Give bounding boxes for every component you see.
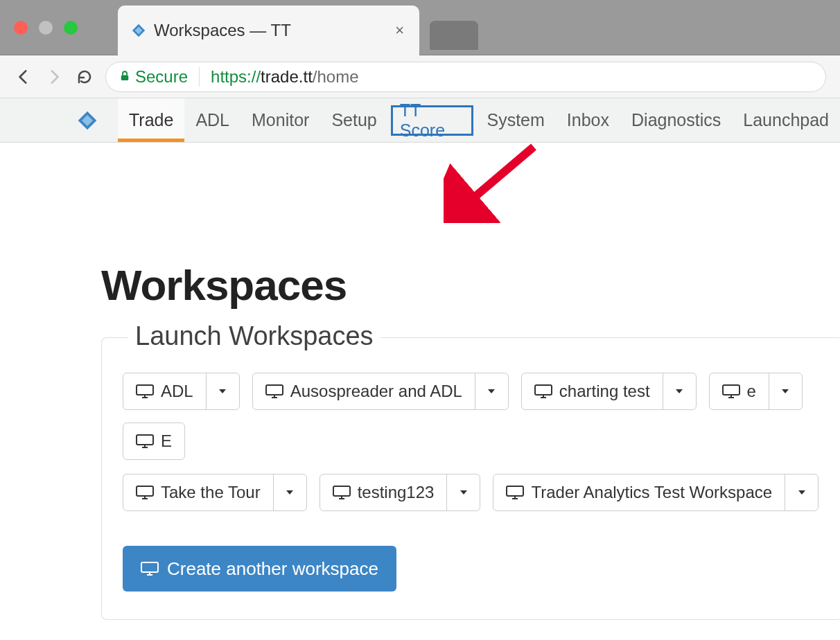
workspace-button-e: e	[709, 373, 803, 410]
svg-rect-10	[723, 385, 740, 395]
window-maximize-button[interactable]	[64, 21, 78, 35]
workspace-button-testing123: testing123	[320, 474, 481, 511]
monitor-icon	[136, 486, 154, 499]
address-bar[interactable]: Secure https://trade.tt/home	[105, 62, 826, 92]
workspace-label: E	[161, 432, 172, 451]
app-logo-icon[interactable]	[76, 109, 98, 132]
url-text: https://trade.tt/home	[211, 67, 358, 87]
monitor-icon	[136, 434, 154, 448]
window-close-button[interactable]	[14, 21, 28, 35]
svg-rect-13	[333, 486, 350, 496]
new-tab-button[interactable]	[430, 21, 478, 50]
workspace-launch-e[interactable]: e	[710, 373, 769, 409]
workspace-label: ADL	[161, 382, 193, 401]
workspace-button-charting-test: charting test	[521, 373, 697, 410]
workspace-button-adl: ADL	[123, 373, 240, 410]
monitor-icon	[534, 384, 552, 398]
workspace-label: Ausospreader and ADL	[290, 382, 462, 401]
nav-items: Trade ADL Monitor Setup TT Score System …	[118, 98, 840, 142]
svg-rect-8	[266, 385, 283, 395]
url-path: /home	[313, 67, 359, 86]
lock-icon	[119, 67, 131, 87]
workspace-button-e2: E	[123, 423, 185, 460]
svg-rect-14	[507, 486, 523, 496]
monitor-icon	[333, 486, 351, 499]
page-content: Workspaces Launch Workspaces ADL Ausospr…	[0, 143, 840, 620]
svg-rect-15	[141, 562, 158, 572]
launch-workspaces-legend: Launch Workspaces	[128, 321, 380, 351]
workspace-button-ausospreader: Ausospreader and ADL	[252, 373, 509, 410]
traffic-lights	[14, 21, 78, 35]
monitor-icon	[265, 384, 283, 398]
workspace-row-1: ADL Ausospreader and ADL charting test	[123, 373, 840, 460]
nav-item-monitor[interactable]: Monitor	[240, 98, 320, 142]
monitor-icon	[141, 562, 159, 576]
workspace-dropdown-trader-analytics[interactable]	[785, 474, 818, 510]
workspace-label: testing123	[358, 483, 435, 502]
nav-item-setup[interactable]: Setup	[320, 98, 387, 142]
svg-rect-7	[137, 385, 153, 395]
nav-item-system[interactable]: System	[476, 98, 556, 142]
workspace-launch-trader-analytics[interactable]: Trader Analytics Test Workspace	[493, 474, 785, 510]
workspace-label: charting test	[559, 382, 650, 401]
workspace-dropdown-e[interactable]	[769, 373, 802, 409]
workspace-launch-take-the-tour[interactable]: Take the Tour	[123, 474, 273, 510]
workspace-button-trader-analytics: Trader Analytics Test Workspace	[493, 474, 819, 511]
workspace-launch-charting-test[interactable]: charting test	[522, 373, 663, 409]
launch-workspaces-section: Launch Workspaces ADL Ausospreader and A…	[101, 337, 840, 620]
workspace-button-take-the-tour: Take the Tour	[123, 474, 307, 511]
workspace-dropdown-charting-test[interactable]	[663, 373, 696, 409]
nav-forward-button[interactable]	[44, 67, 64, 87]
workspace-row-2: Take the Tour testing123 Trader Analytic…	[123, 474, 840, 511]
svg-rect-9	[535, 385, 552, 395]
nav-reload-button[interactable]	[75, 67, 94, 87]
monitor-icon	[722, 384, 740, 398]
nav-item-tt-score[interactable]: TT Score	[391, 105, 473, 136]
nav-item-adl[interactable]: ADL	[184, 98, 240, 142]
workspace-label: Take the Tour	[161, 483, 261, 502]
browser-toolbar: Secure https://trade.tt/home	[0, 55, 840, 98]
url-host: trade.tt	[261, 67, 313, 86]
nav-back-button[interactable]	[14, 67, 33, 87]
nav-item-launchpad[interactable]: Launchpad	[732, 98, 840, 142]
create-workspace-button[interactable]: Create another workspace	[123, 546, 396, 592]
nav-item-trade[interactable]: Trade	[118, 98, 184, 142]
tab-favicon-icon	[130, 22, 147, 39]
secure-indicator: Secure	[119, 67, 188, 87]
window-minimize-button[interactable]	[39, 21, 53, 35]
workspace-label: e	[747, 382, 756, 401]
workspace-launch-e2[interactable]: E	[123, 423, 184, 459]
nav-item-diagnostics[interactable]: Diagnostics	[620, 98, 732, 142]
workspace-launch-adl[interactable]: ADL	[123, 373, 206, 409]
nav-item-inbox[interactable]: Inbox	[556, 98, 620, 142]
workspace-launch-ausospreader[interactable]: Ausospreader and ADL	[253, 373, 475, 409]
app-navbar: Trade ADL Monitor Setup TT Score System …	[0, 98, 840, 143]
workspace-launch-testing123[interactable]: testing123	[320, 474, 447, 510]
svg-rect-2	[121, 75, 129, 80]
window-titlebar: Workspaces — TT ×	[0, 0, 840, 55]
monitor-icon	[136, 384, 154, 398]
workspace-dropdown-ausospreader[interactable]	[475, 373, 508, 409]
svg-rect-12	[137, 486, 153, 496]
browser-tab-title: Workspaces — TT	[154, 21, 385, 40]
workspace-dropdown-testing123[interactable]	[446, 474, 480, 510]
url-scheme: https://	[211, 67, 261, 86]
monitor-icon	[506, 486, 524, 499]
workspace-dropdown-adl[interactable]	[206, 373, 239, 409]
address-separator	[199, 67, 200, 87]
page-title: Workspaces	[101, 260, 840, 310]
secure-label: Secure	[135, 67, 188, 87]
tab-close-icon[interactable]: ×	[392, 21, 407, 39]
workspace-dropdown-take-the-tour[interactable]	[273, 474, 306, 510]
workspace-label: Trader Analytics Test Workspace	[531, 483, 772, 502]
svg-rect-11	[137, 435, 153, 445]
create-workspace-label: Create another workspace	[167, 558, 378, 580]
browser-tab-active[interactable]: Workspaces — TT ×	[118, 6, 419, 55]
